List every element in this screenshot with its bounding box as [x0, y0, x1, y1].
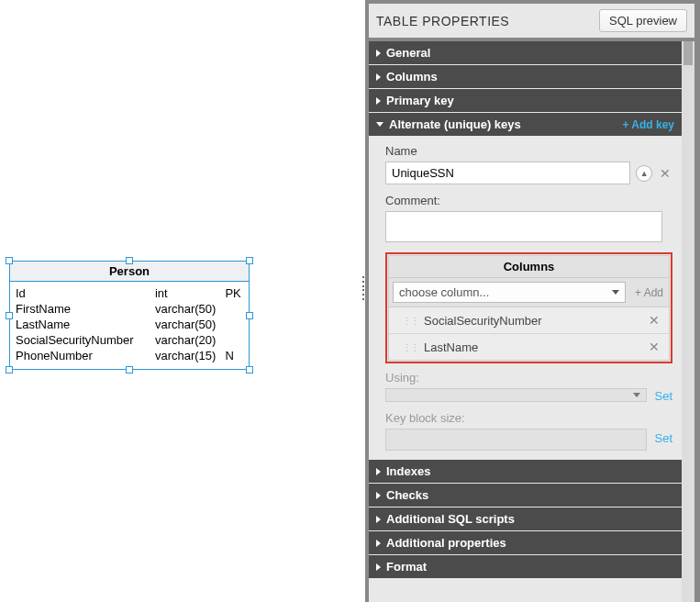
chevron-right-icon [376, 50, 381, 57]
remove-column-button[interactable]: ✕ [647, 340, 661, 354]
using-dropdown[interactable] [385, 388, 647, 402]
section-primary-key[interactable]: Primary key [369, 89, 682, 113]
set-using-link[interactable]: Set [654, 389, 672, 403]
col-type: varchar(50) [155, 317, 225, 332]
entity-column-row[interactable]: Id int PK [16, 285, 243, 301]
col-flag [225, 317, 243, 332]
section-label: Additional SQL scripts [386, 512, 515, 526]
name-label: Name [385, 144, 672, 158]
col-type: varchar(50) [155, 301, 225, 317]
resize-handle[interactable] [246, 257, 253, 264]
chevron-down-icon [376, 122, 383, 127]
comment-label: Comment: [385, 194, 672, 207]
chevron-right-icon [376, 73, 381, 81]
alternate-keys-body: Name ▲ ✕ Comment: Columns choose column.… [369, 137, 682, 460]
section-label: Primary key [386, 94, 454, 107]
section-label: Columns [386, 70, 438, 84]
add-column-button[interactable]: + Add [629, 286, 669, 299]
section-label: Checks [386, 488, 428, 502]
entity-person[interactable]: Person Id int PK FirstName varchar(50) L… [9, 261, 250, 370]
entity-title[interactable]: Person [10, 262, 249, 282]
panel-scroll: General Columns Primary key Alternate (u… [369, 38, 694, 602]
chevron-right-icon [376, 540, 381, 547]
resize-handle[interactable] [246, 312, 253, 319]
col-type: varchar(20) [155, 332, 225, 348]
col-type: varchar(15) [155, 348, 225, 363]
columns-subtitle: Columns [389, 256, 669, 278]
col-name: Id [16, 285, 155, 301]
col-name: FirstName [16, 301, 155, 317]
section-format[interactable]: Format [369, 555, 682, 579]
resize-handle[interactable] [246, 366, 253, 373]
panel-header: TABLE PROPERTIES SQL preview [369, 4, 694, 38]
col-name: SocialSecurityNumber [16, 332, 155, 348]
section-label: Additional properties [386, 536, 506, 550]
entity-column-row[interactable]: SocialSecurityNumber varchar(20) [16, 332, 243, 348]
panel-title: TABLE PROPERTIES [376, 14, 509, 28]
chevron-right-icon [376, 492, 381, 499]
sql-preview-button[interactable]: SQL preview [599, 9, 687, 32]
entity-column-row[interactable]: PhoneNumber varchar(15) N [16, 348, 243, 363]
section-label: Format [386, 560, 427, 574]
section-label: Indexes [386, 464, 430, 478]
chevron-right-icon [376, 563, 381, 571]
chevron-right-icon [376, 97, 381, 105]
section-columns[interactable]: Columns [369, 65, 682, 89]
section-checks[interactable]: Checks [369, 484, 682, 507]
set-block-size-link[interactable]: Set [654, 431, 672, 445]
entity-columns: Id int PK FirstName varchar(50) LastName… [10, 282, 249, 369]
drag-handle-icon[interactable]: ⋮⋮ [402, 342, 418, 353]
scrollbar[interactable] [682, 41, 694, 602]
selected-column-item[interactable]: ⋮⋮LastName ✕ [389, 334, 669, 360]
col-flag [225, 332, 243, 348]
section-alternate-keys[interactable]: Alternate (unique) keys + Add key [369, 113, 682, 137]
chevron-down-icon [612, 290, 619, 295]
section-indexes[interactable]: Indexes [369, 460, 682, 484]
column-name: LastName [424, 340, 478, 354]
resize-handle[interactable] [126, 257, 133, 264]
collapse-up-button[interactable]: ▲ [636, 165, 652, 182]
resize-handle[interactable] [6, 366, 13, 373]
section-label: Alternate (unique) keys [389, 117, 521, 131]
col-flag: PK [225, 285, 243, 301]
col-flag [225, 301, 243, 317]
drag-handle-icon[interactable]: ⋮⋮ [402, 316, 418, 327]
choose-column-dropdown[interactable]: choose column... [393, 282, 626, 303]
col-name: LastName [16, 317, 155, 332]
section-label: General [386, 46, 430, 60]
properties-panel: TABLE PROPERTIES SQL preview General Col… [365, 0, 700, 602]
key-name-input[interactable] [385, 162, 630, 184]
remove-column-button[interactable]: ✕ [647, 313, 661, 328]
diagram-canvas[interactable]: Person Id int PK FirstName varchar(50) L… [0, 0, 363, 602]
section-additional-sql[interactable]: Additional SQL scripts [369, 507, 682, 531]
using-label: Using: [385, 371, 672, 385]
section-additional-properties[interactable]: Additional properties [369, 531, 682, 555]
col-name: PhoneNumber [16, 348, 155, 363]
chevron-right-icon [376, 468, 381, 475]
remove-key-button[interactable]: ✕ [658, 166, 672, 181]
resize-handle[interactable] [6, 257, 13, 264]
entity-column-row[interactable]: LastName varchar(50) [16, 317, 243, 332]
scroll-thumb[interactable] [683, 41, 693, 65]
selected-column-item[interactable]: ⋮⋮SocialSecurityNumber ✕ [389, 307, 669, 334]
col-type: int [155, 285, 225, 301]
resize-handle[interactable] [6, 312, 13, 319]
comment-textarea[interactable] [385, 211, 662, 242]
columns-highlight-box: Columns choose column... + Add ⋮⋮SocialS… [385, 252, 672, 363]
add-key-link[interactable]: + Add key [622, 118, 674, 131]
choose-column-placeholder: choose column... [399, 285, 489, 299]
chevron-right-icon [376, 516, 381, 523]
col-flag: N [225, 348, 243, 363]
block-size-label: Key block size: [385, 411, 672, 425]
entity-column-row[interactable]: FirstName varchar(50) [16, 301, 243, 317]
chevron-down-icon [633, 393, 640, 397]
resize-handle[interactable] [126, 366, 133, 373]
block-size-input[interactable] [385, 429, 647, 451]
section-general[interactable]: General [369, 41, 682, 65]
column-name: SocialSecurityNumber [424, 314, 542, 328]
